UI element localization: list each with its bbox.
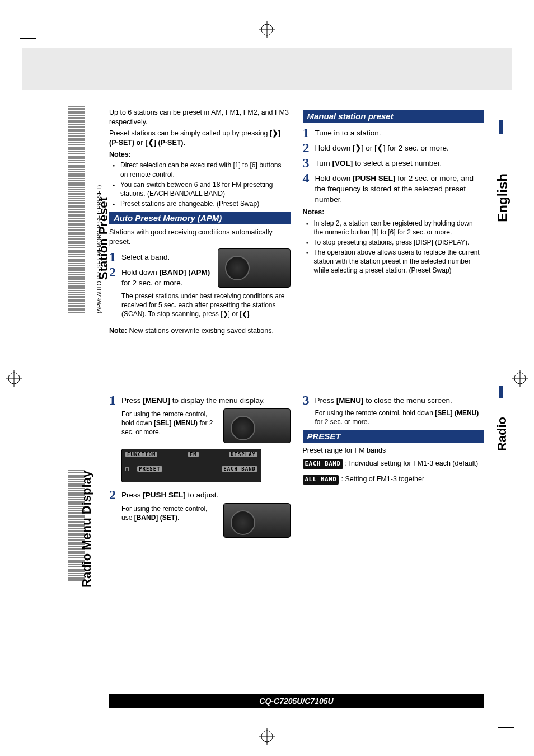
preset-lead: Preset range for FM bands	[303, 446, 484, 456]
radio-marker-bar	[499, 386, 503, 398]
menu-step3-sub: For using the remote control, hold down …	[315, 408, 484, 426]
registration-mark-top	[259, 21, 275, 38]
device-illustration-apm	[218, 248, 291, 288]
header-band	[22, 48, 512, 90]
apm-step2-text: Hold down [BAND] (APM) for 2 sec. or mor…	[121, 265, 212, 289]
step-number-1: 1	[109, 250, 118, 264]
lcd-fm-label: FM	[188, 452, 199, 457]
manual-note-1: In step 2, a station can be registered b…	[308, 219, 484, 237]
crop-mark-tl	[20, 38, 36, 55]
menu-step1-sub: For using the remote control, hold down …	[121, 410, 218, 437]
apm-step2-sub: The preset stations under best receiving…	[121, 292, 291, 319]
apm-step-1: 1 Select a band.	[109, 250, 212, 264]
side-title-radio-menu: Radio Menu Display	[79, 471, 94, 588]
section-divider	[109, 381, 484, 381]
manual-step-3: 3 Turn [VOL] to select a preset number.	[303, 156, 484, 170]
page-number: 21	[469, 698, 478, 707]
lcd-function-label: FUNCTION	[125, 452, 157, 457]
manual-notes-list: In step 2, a station can be registered b…	[303, 219, 484, 275]
notes-heading: Notes:	[109, 150, 291, 159]
intro-line1: Up to 6 stations can be preset in AM, FM…	[109, 108, 291, 127]
right-column-lower: 3 Press [MENU] to close the menu screen.…	[303, 392, 484, 538]
section-manual-title: Manual station preset	[303, 110, 484, 123]
preset-all-band: ALL BAND: Setting of FM1-3 together	[303, 475, 484, 485]
device-illustration-menu2	[223, 503, 291, 538]
step-number-2: 2	[109, 265, 118, 289]
menu-step-2: 2 Press [PUSH SEL] to adjust.	[109, 488, 291, 501]
section-preset-title: PRESET	[303, 430, 484, 443]
lcd-display-label: DISPLAY	[229, 452, 257, 457]
manual-step-1: 1 Tune in to a station.	[303, 126, 484, 139]
apm-lead: Stations with good receiving conditions …	[109, 228, 291, 247]
crop-mark-br	[498, 711, 514, 728]
right-column-upper: Manual station preset 1 Tune in to a sta…	[303, 106, 484, 337]
english-marker-bar	[499, 120, 503, 134]
intro-note-1: Direct selection can be executed with [1…	[115, 161, 291, 179]
side-label-english: English	[495, 173, 510, 222]
each-band-badge: EACH BAND	[303, 459, 343, 469]
manual-note-3: The operation above allows users to repl…	[308, 248, 484, 275]
menu-step-1: 1 Press [MENU] to display the menu displ…	[109, 393, 291, 407]
intro-note-2: You can switch between 6 and 18 for FM p…	[115, 180, 291, 198]
menu-step2-sub: For using the remote control, use [BAND]…	[121, 504, 218, 522]
manual-note-2: To stop presetting stations, press [DISP…	[308, 238, 484, 247]
side-subtitle-apm: (APM: AUTO PRESET MEMORY, P-SET: PRESET)	[96, 185, 102, 313]
left-column-lower: 1 Press [MENU] to display the menu displ…	[109, 392, 291, 538]
intro-notes-list: Direct selection can be executed with [1…	[109, 161, 291, 208]
device-illustration-menu1	[223, 408, 291, 443]
left-column-upper: Up to 6 stations can be preset in AM, FM…	[109, 106, 291, 337]
page-footer: CQ-C7205U/C7105U	[109, 694, 484, 708]
apm-note: Note: New stations overwrite existing sa…	[109, 326, 291, 336]
apm-step-2: 2 Hold down [BAND] (APM) for 2 sec. or m…	[109, 265, 212, 289]
section-apm-title: Auto Preset Memory (APM)	[109, 212, 291, 224]
lcd-screen-illustration: FUNCTION FM DISPLAY □ PRESET = EACH BAND	[121, 449, 261, 482]
apm-step1-text: Select a band.	[121, 250, 212, 264]
intro-line2: Preset stations can be simply called up …	[109, 129, 291, 148]
lcd-each-band-label: EACH BAND	[222, 466, 257, 472]
registration-mark-left	[6, 370, 22, 387]
lcd-preset-label: PRESET	[137, 466, 162, 472]
manual-step-4: 4 Hold down [PUSH SEL] for 2 sec. or mor…	[303, 171, 484, 205]
menu-step-3: 3 Press [MENU] to close the menu screen.	[303, 393, 484, 407]
intro-note-3: Preset stations are changeable. (Preset …	[115, 199, 291, 208]
manual-step-2: 2 Hold down [❯] or [❮] for 2 sec. or mor…	[303, 141, 484, 154]
registration-mark-bottom	[259, 728, 275, 745]
decorative-barcode-top	[68, 106, 85, 313]
preset-each-band: EACH BAND: Individual setting for FM1-3 …	[303, 459, 484, 469]
model-number: CQ-C7205U/C7105U	[259, 697, 333, 706]
registration-mark-right	[512, 370, 528, 387]
all-band-badge: ALL BAND	[303, 475, 339, 485]
side-label-radio: Radio	[495, 417, 509, 451]
manual-notes-heading: Notes:	[303, 208, 484, 217]
